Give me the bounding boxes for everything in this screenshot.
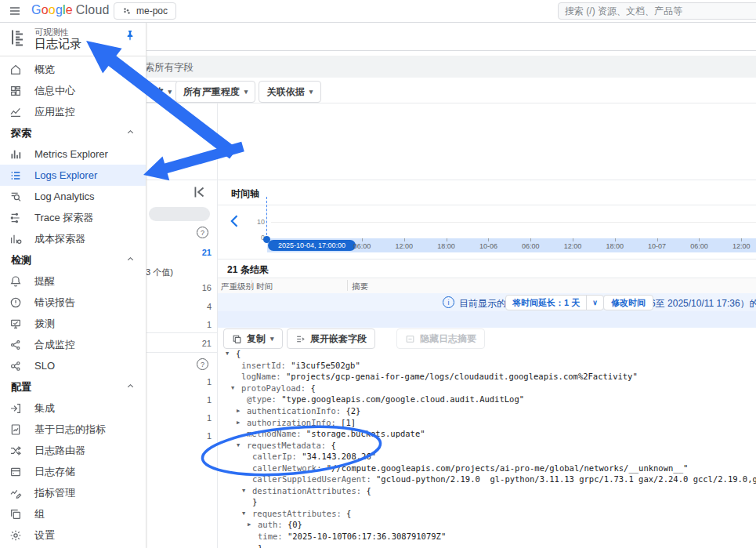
project-name: me-poc — [136, 5, 168, 16]
json-line: ▼requestMetadata: { — [218, 439, 756, 451]
sidebar-item-基于日志的指标[interactable]: 基于日志的指标 — [0, 419, 146, 440]
log-based-metrics-icon — [9, 423, 22, 436]
sidebar-item-合成监控[interactable]: 合成监控 — [0, 334, 146, 355]
json-value: "i3cuf5e502gb" — [291, 361, 360, 370]
modify-time-button[interactable]: 修改时间 — [603, 295, 653, 310]
google-wordmark: Google — [31, 3, 73, 16]
dashboard-icon — [9, 85, 22, 97]
json-toggle-icon[interactable]: ▼ — [242, 510, 252, 517]
json-line: ▶authorizationInfo: [1] — [218, 416, 756, 428]
json-toggle-icon[interactable]: ▶ — [237, 408, 247, 414]
pin-icon[interactable] — [124, 29, 136, 45]
json-key: insertId: — [241, 361, 291, 370]
integrations-icon — [9, 402, 22, 415]
json-value: { — [311, 383, 316, 393]
logo-letter: o — [42, 3, 49, 16]
json-key: requestMetadata: — [247, 441, 331, 450]
sidebar-item-日志路由器[interactable]: 日志路由器 — [0, 440, 146, 461]
json-value: "2025-10-10T06:17:36.308791079Z" — [288, 532, 446, 541]
json-value: {2} — [345, 406, 360, 416]
json-value: "projects/gcp-genai-for-game/logs/clouda… — [286, 372, 638, 381]
json-key: callerIp: — [252, 452, 302, 461]
json-toggle-icon[interactable]: ▼ — [231, 385, 241, 391]
field-count[interactable]: 16 — [176, 283, 212, 292]
json-value: {0} — [288, 520, 302, 529]
sidebar-item-指标管理[interactable]: 指标管理 — [0, 482, 146, 503]
sidebar-section-配置[interactable]: 配置 — [0, 376, 146, 397]
correlate-filter-button[interactable]: 关联依据 ▾ — [259, 81, 321, 103]
google-cloud-logo[interactable]: GoogleCloud — [31, 3, 110, 17]
json-line: ▼requestAttributes: { — [218, 508, 756, 520]
field-count[interactable]: 1 — [176, 377, 212, 387]
field-count[interactable]: 1 — [176, 395, 212, 405]
sidebar-item-trace-探索器[interactable]: Trace 探索器 — [0, 207, 146, 228]
extend-time-button[interactable]: 将时间延长：1 天 ∨ — [505, 295, 604, 310]
sidebar-item-slo[interactable]: SLO — [0, 355, 146, 376]
sidebar-item-成本探索器[interactable]: 成本探索器 — [0, 228, 146, 249]
sidebar-item-label: SLO — [34, 360, 55, 372]
sidebar-item-拨测[interactable]: 拨测 — [0, 313, 146, 334]
json-toggle-icon[interactable]: ▼ — [237, 442, 247, 448]
severity-filter-button[interactable]: 所有严重程度 ▾ — [175, 81, 255, 103]
sidebar-item-概览[interactable]: 概览 — [0, 59, 146, 80]
chevron-down-icon[interactable]: ∨ — [587, 299, 603, 307]
sidebar-item-组[interactable]: 组 — [0, 503, 146, 524]
groups-icon — [9, 508, 22, 521]
help-icon[interactable]: ? — [197, 358, 208, 370]
json-line: ▼destinationAttributes: { — [218, 485, 756, 497]
sidebar-item-设置[interactable]: 设置 — [0, 524, 146, 546]
json-value: { — [366, 486, 371, 495]
sidebar-item-应用监控[interactable]: 应用监控 — [0, 101, 146, 122]
divider — [218, 259, 756, 259]
field-count[interactable]: 1 — [176, 320, 212, 329]
alerting-icon — [9, 275, 22, 288]
sidebar-section-检测[interactable]: 检测 — [0, 249, 146, 270]
sidebar-item-日志存储[interactable]: 日志存储 — [0, 461, 146, 482]
timeline-x-tick: 12:00 — [389, 242, 420, 250]
help-icon[interactable]: ? — [197, 227, 208, 238]
field-count[interactable]: 1 — [176, 413, 212, 423]
info-icon: i — [443, 296, 454, 308]
timeline-x-tick: 10-06 — [472, 242, 504, 250]
json-toggle-icon[interactable]: ▼ — [226, 350, 236, 357]
tick-mark — [447, 238, 447, 241]
timeline-back-icon[interactable] — [227, 213, 243, 229]
json-toggle-icon[interactable]: ▶ — [237, 419, 247, 426]
json-value: { — [346, 509, 351, 518]
expand-nested-fields-button[interactable]: 展开嵌套字段 — [287, 328, 375, 349]
field-count[interactable]: 1 — [176, 431, 212, 441]
log-entry-row[interactable] — [218, 311, 756, 328]
global-search-input[interactable]: 搜索 (/) 资源、文档、产品等 — [558, 2, 756, 20]
project-selector[interactable]: me-poc — [114, 2, 176, 20]
sidebar-section-探索[interactable]: 探索 — [0, 122, 146, 143]
json-toggle-icon[interactable]: ▼ — [242, 488, 252, 494]
sidebar-item-错误报告[interactable]: 错误报告 — [0, 292, 146, 313]
log-storage-icon — [9, 466, 22, 478]
field-count[interactable]: 21 — [176, 339, 212, 348]
sidebar-item-metrics-explorer[interactable]: Metrics Explorer — [0, 143, 146, 165]
divider — [146, 352, 217, 353]
app-monitoring-icon — [9, 106, 22, 118]
copy-button[interactable]: 复制 ▾ — [223, 328, 283, 349]
sidebar-item-label: 日志存储 — [34, 465, 75, 479]
json-key: time: — [258, 532, 288, 541]
json-key: protoPayload: — [241, 383, 311, 393]
section-label: 配置 — [11, 380, 31, 394]
sidebar-item-提醒[interactable]: 提醒 — [0, 270, 146, 292]
field-count[interactable]: 4 — [176, 302, 212, 311]
home-icon — [9, 64, 22, 76]
tick-mark — [657, 238, 658, 241]
sidebar-title: 日志记录 — [34, 37, 81, 52]
metrics-explorer-icon — [9, 148, 22, 161]
collapse-panel-icon[interactable] — [190, 183, 208, 201]
json-toggle-icon[interactable]: ▶ — [248, 521, 258, 528]
field-count[interactable]: 21 — [176, 248, 212, 257]
sidebar-item-logs-explorer[interactable]: Logs Explorer — [0, 165, 146, 186]
menu-icon[interactable] — [8, 5, 22, 17]
timeline-x-tick: 06:00 — [346, 242, 378, 250]
sidebar-item-集成[interactable]: 集成 — [0, 397, 146, 419]
json-payload-viewer[interactable]: ▼{insertId: "i3cuf5e502gb"logName: "proj… — [218, 348, 756, 548]
sidebar-item-log-analytics[interactable]: Log Analytics — [0, 186, 146, 207]
sidebar-item-信息中心[interactable]: 信息中心 — [0, 80, 146, 101]
synthetic-monitoring-icon — [9, 339, 22, 351]
